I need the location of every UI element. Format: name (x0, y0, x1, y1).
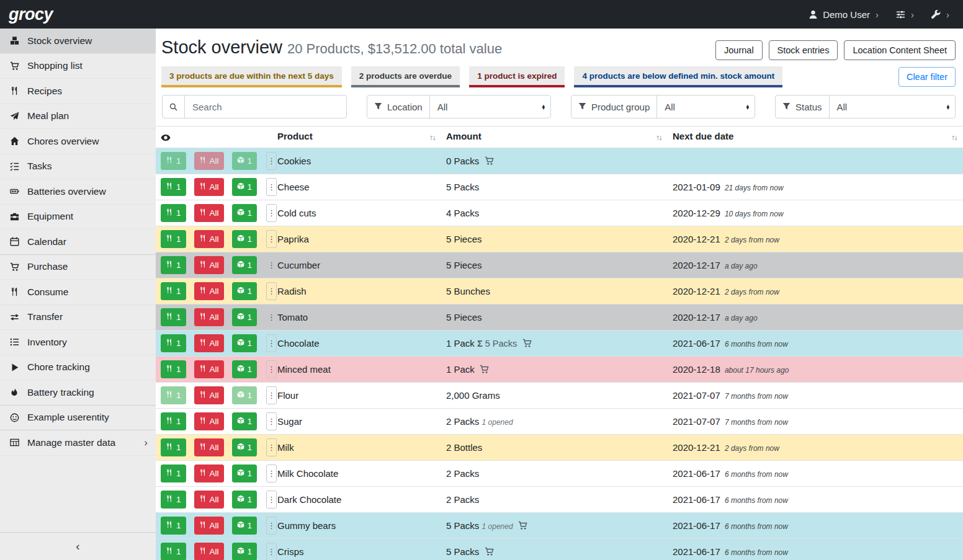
product-name[interactable]: Cucumber (272, 252, 441, 278)
sidebar-item-battery-tracking[interactable]: Battery tracking (0, 380, 156, 406)
consume-one-button[interactable]: 1 (161, 282, 186, 300)
sidebar-item-transfer[interactable]: Transfer (0, 305, 156, 331)
sidebar-item-equipment[interactable]: Equipment (0, 205, 156, 230)
consume-one-button[interactable]: 1 (161, 412, 186, 430)
app-logo[interactable]: grocy (9, 5, 53, 24)
open-one-button[interactable]: 1 (232, 412, 258, 430)
sidebar-item-stock-overview[interactable]: Stock overview (0, 29, 156, 54)
product-name[interactable]: Milk Chocolate (272, 461, 441, 487)
consume-one-button[interactable]: 1 (161, 543, 186, 560)
row-menu-button[interactable]: ⋮ (266, 360, 277, 378)
status-badge-3-products-are-due-withi[interactable]: 3 products are due within the next 5 day… (161, 66, 342, 87)
open-one-button[interactable]: 1 (232, 517, 258, 535)
consume-one-button[interactable]: 1 (161, 360, 186, 378)
product-name[interactable]: Gummy bears (272, 513, 441, 539)
sidebar-item-chore-tracking[interactable]: Chore tracking (0, 355, 156, 381)
consume-one-button[interactable]: 1 (161, 204, 186, 222)
open-one-button[interactable]: 1 (232, 386, 258, 404)
consume-all-button[interactable]: All (194, 386, 224, 404)
row-menu-button[interactable]: ⋮ (266, 230, 277, 248)
open-one-button[interactable]: 1 (232, 491, 258, 509)
row-menu-button[interactable]: ⋮ (266, 517, 277, 535)
row-menu-button[interactable]: ⋮ (266, 334, 277, 352)
settings-menu[interactable]: › (896, 9, 914, 20)
shopping-cart-icon[interactable] (516, 520, 527, 531)
product-name[interactable]: Chocolate (272, 331, 441, 357)
consume-one-button[interactable]: 1 (161, 438, 186, 456)
admin-tools-menu[interactable]: › (931, 9, 949, 20)
product-name[interactable]: Minced meat (272, 357, 441, 383)
consume-all-button[interactable]: All (194, 178, 224, 196)
consume-one-button[interactable]: 1 (161, 517, 186, 535)
consume-one-button[interactable]: 1 (161, 308, 186, 326)
row-menu-button[interactable]: ⋮ (266, 412, 277, 430)
sidebar-item-purchase[interactable]: Purchase (0, 255, 156, 280)
open-one-button[interactable]: 1 (232, 360, 258, 378)
sort-icon[interactable] (656, 133, 663, 143)
sort-icon[interactable] (951, 133, 958, 143)
column-header-product[interactable]: Product (277, 131, 313, 141)
location-select[interactable]: All▴▾ (430, 96, 550, 118)
consume-all-button[interactable]: All (194, 308, 224, 326)
product-name[interactable]: Radish (272, 278, 441, 304)
shopping-cart-icon[interactable] (520, 338, 532, 349)
consume-one-button[interactable]: 1 (161, 491, 186, 509)
product-group-select[interactable]: All▴▾ (657, 96, 755, 118)
consume-all-button[interactable]: All (194, 256, 224, 274)
sidebar-collapse-button[interactable]: ‹ (0, 532, 156, 560)
open-one-button[interactable]: 1 (232, 178, 258, 196)
product-name[interactable]: Cold cuts (272, 200, 441, 226)
row-menu-button[interactable]: ⋮ (266, 438, 277, 456)
consume-all-button[interactable]: All (194, 152, 224, 170)
product-name[interactable]: Flour (272, 383, 441, 409)
row-menu-button[interactable]: ⋮ (266, 256, 277, 274)
consume-one-button[interactable]: 1 (161, 334, 186, 352)
sidebar-item-tasks[interactable]: Tasks (0, 154, 156, 180)
consume-one-button[interactable]: 1 (161, 178, 186, 196)
status-badge-1-product-is-expired[interactable]: 1 product is expired (469, 66, 565, 87)
stock-entries-button[interactable]: Stock entries (769, 40, 838, 60)
consume-all-button[interactable]: All (194, 464, 224, 482)
eye-icon[interactable] (161, 132, 171, 143)
open-one-button[interactable]: 1 (232, 230, 258, 248)
consume-all-button[interactable]: All (194, 438, 224, 456)
row-menu-button[interactable]: ⋮ (266, 308, 277, 326)
clear-filter-button[interactable]: Clear filter (898, 67, 956, 87)
sidebar-item-chores-overview[interactable]: Chores overview (0, 129, 156, 154)
consume-one-button[interactable]: 1 (161, 386, 186, 404)
status-badge-2-products-are-overdue[interactable]: 2 products are overdue (351, 66, 460, 87)
sidebar-item-recipes[interactable]: Recipes (0, 79, 156, 104)
sidebar-item-manage-master-data[interactable]: Manage master data› (0, 430, 156, 456)
row-menu-button[interactable]: ⋮ (266, 152, 277, 170)
consume-all-button[interactable]: All (194, 204, 224, 222)
status-badge-4-products-are-below-def[interactable]: 4 products are below defined min. stock … (574, 66, 782, 87)
sidebar-item-meal-plan[interactable]: Meal plan (0, 104, 156, 130)
column-header-amount[interactable]: Amount (446, 131, 482, 141)
shopping-cart-icon[interactable] (482, 546, 494, 557)
sort-icon[interactable] (429, 133, 436, 143)
row-menu-button[interactable]: ⋮ (266, 386, 277, 404)
sidebar-item-shopping-list[interactable]: Shopping list (0, 54, 156, 79)
row-menu-button[interactable]: ⋮ (266, 204, 277, 222)
open-one-button[interactable]: 1 (232, 204, 258, 222)
open-one-button[interactable]: 1 (232, 152, 258, 170)
search-input[interactable] (185, 96, 346, 118)
sidebar-item-batteries-overview[interactable]: Batteries overview (0, 179, 156, 205)
consume-all-button[interactable]: All (194, 491, 224, 509)
consume-all-button[interactable]: All (194, 517, 224, 535)
sidebar-item-inventory[interactable]: Inventory (0, 330, 156, 355)
product-name[interactable]: Milk (272, 435, 441, 461)
consume-one-button[interactable]: 1 (161, 152, 186, 170)
consume-one-button[interactable]: 1 (161, 256, 186, 274)
open-one-button[interactable]: 1 (232, 256, 258, 274)
journal-button[interactable]: Journal (715, 40, 763, 60)
consume-all-button[interactable]: All (194, 282, 224, 300)
shopping-cart-icon[interactable] (477, 364, 489, 375)
consume-one-button[interactable]: 1 (161, 464, 186, 482)
product-name[interactable]: Cheese (272, 174, 441, 200)
row-menu-button[interactable]: ⋮ (266, 464, 277, 482)
consume-all-button[interactable]: All (194, 360, 224, 378)
column-header-next-due-date[interactable]: Next due date (673, 131, 733, 141)
open-one-button[interactable]: 1 (232, 334, 258, 352)
product-name[interactable]: Crisps (272, 539, 441, 560)
